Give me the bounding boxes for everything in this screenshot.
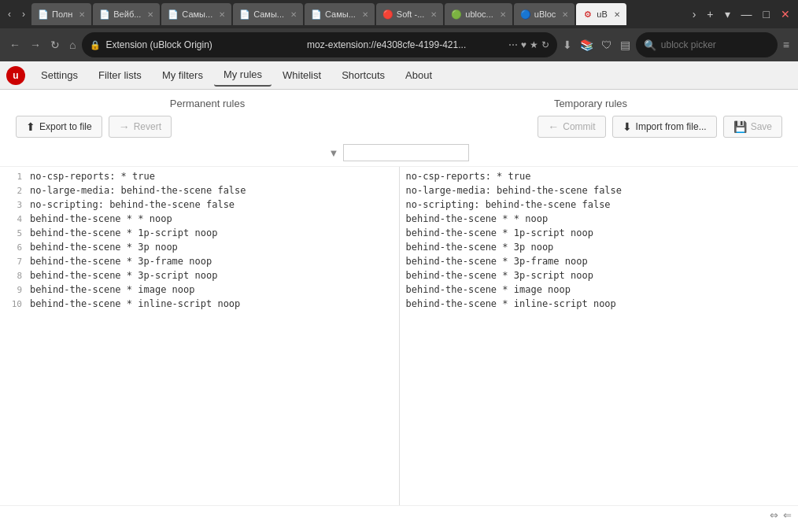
tab-close-6[interactable]: ✕ [500, 10, 506, 19]
collapse-icon[interactable]: ⇐ [783, 509, 792, 521]
line-content: behind-the-scene * 3p-script noop [30, 270, 217, 281]
search-icon: 🔍 [644, 39, 656, 51]
ext-tab-settings[interactable]: Settings [31, 65, 87, 86]
commit-btn[interactable]: ← Commit [538, 116, 605, 138]
new-tab-btn[interactable]: + [702, 5, 718, 24]
save-label: Save [751, 121, 772, 132]
line-content: no-large-media: behind-the-scene false [406, 185, 623, 196]
line-content: behind-the-scene * inline-script noop [406, 298, 616, 309]
address-input-wrap[interactable]: 🔒 Extension (uBlock Origin) moz-extensio… [82, 32, 556, 57]
refresh-icon[interactable]: ↻ [541, 39, 549, 50]
permanent-rule-line: 10behind-the-scene * inline-script noop [0, 297, 399, 312]
commit-label: Commit [563, 121, 595, 132]
ext-tab-filter-lists[interactable]: Filter lists [89, 65, 151, 86]
tab-label-2: Самы... [182, 9, 212, 19]
forward-tab-btn[interactable]: › [17, 6, 30, 23]
sidebar-icon[interactable]: ▤ [618, 36, 633, 54]
toolbar-icons: ⬇ 📚 🛡 ▤ [560, 36, 633, 54]
options-icon[interactable]: ⋯ [508, 39, 518, 50]
export-label: Export to file [39, 121, 92, 132]
line-number: 9 [6, 285, 22, 295]
tab-close-0[interactable]: ✕ [79, 10, 85, 19]
maximize-btn[interactable]: □ [759, 5, 774, 24]
lock-icon: 🔒 [90, 40, 101, 50]
minimize-btn[interactable]: — [737, 5, 757, 24]
browser-tab-7[interactable]: 🔵 uBloc ✕ [514, 3, 575, 25]
tab-icon-6: 🟢 [451, 9, 462, 20]
tab-close-3[interactable]: ✕ [290, 10, 297, 19]
line-number: 8 [6, 271, 22, 281]
search-box[interactable]: 🔍 [636, 32, 778, 57]
home-btn[interactable]: ⌂ [66, 35, 79, 54]
bookmarks-icon[interactable]: 📚 [578, 36, 596, 54]
star-icon[interactable]: ★ [530, 39, 538, 50]
tab-close-1[interactable]: ✕ [147, 10, 153, 19]
line-number: 10 [6, 299, 22, 309]
filter-input[interactable] [343, 144, 469, 161]
line-number: 3 [6, 200, 22, 210]
scroll-tabs-right[interactable]: › [688, 5, 701, 24]
ext-tab-shortcuts[interactable]: Shortcuts [332, 65, 394, 86]
tab-close-8[interactable]: ✕ [614, 10, 620, 19]
browser-tab-1[interactable]: 📄 Вейб... ✕ [93, 3, 160, 25]
ext-tab-my-rules[interactable]: My rules [214, 64, 272, 87]
rules-panels: 1no-csp-reports: * true2no-large-media: … [0, 166, 798, 505]
toolbar-icons-right: ≡ [781, 36, 792, 54]
search-input[interactable] [661, 39, 770, 50]
close-window-btn[interactable]: ✕ [776, 5, 795, 24]
browser-tab-6[interactable]: 🟢 ubloc... ✕ [445, 3, 512, 25]
import-from-file-btn[interactable]: ⬇ Import from file... [612, 116, 717, 138]
line-number: 2 [6, 186, 22, 196]
tab-icon-1: 📄 [99, 9, 110, 20]
shield-icon[interactable]: 🛡 [599, 36, 615, 54]
expand-icon[interactable]: ⇔ [770, 509, 778, 521]
browser-tab-8[interactable]: ⚙ uB ✕ [576, 3, 626, 25]
tab-icon-8: ⚙ [582, 9, 593, 20]
revert-btn[interactable]: → Revert [109, 116, 172, 138]
ext-tab-my-filters[interactable]: My filters [153, 65, 212, 86]
permanent-rule-line: 7behind-the-scene * 3p-frame noop [0, 255, 399, 269]
browser-tab-3[interactable]: 📄 Самы... ✕ [233, 3, 303, 25]
tab-label-6: ubloc... [465, 9, 493, 19]
filter-row: ▼ [0, 144, 798, 161]
tab-list-btn[interactable]: ▾ [720, 5, 735, 24]
tab-close-4[interactable]: ✕ [362, 10, 368, 19]
address-icons: ⋯ ♥ ★ ↻ [508, 39, 549, 50]
bookmark-icon[interactable]: ♥ [521, 39, 526, 50]
forward-btn[interactable]: → [27, 35, 44, 54]
tab-icon-4: 📄 [311, 9, 322, 20]
tab-close-7[interactable]: ✕ [562, 10, 568, 19]
save-btn[interactable]: 💾 Save [723, 116, 782, 138]
line-number: 4 [6, 214, 22, 224]
panel-footer: ⇔ ⇐ [0, 505, 798, 524]
back-btn[interactable]: ← [6, 35, 24, 54]
tab-icon-2: 📄 [168, 9, 179, 20]
download-icon[interactable]: ⬇ [560, 36, 574, 54]
reload-btn[interactable]: ↻ [47, 35, 63, 54]
commit-icon: ← [548, 120, 559, 133]
rules-actions: ⬆ Export to file → Revert ← Commit ⬇ Imp… [0, 116, 798, 138]
ext-tab-about[interactable]: About [396, 65, 441, 86]
tab-close-5[interactable]: ✕ [430, 10, 437, 19]
export-to-file-btn[interactable]: ⬆ Export to file [16, 116, 102, 138]
line-content: behind-the-scene * 3p-script noop [406, 270, 593, 281]
ublock-logo: u [6, 66, 25, 85]
tab-label-7: uBloc [534, 9, 556, 19]
tab-label-4: Самы... [325, 9, 356, 19]
menu-icon[interactable]: ≡ [781, 36, 792, 54]
browser-tab-2[interactable]: 📄 Самы... ✕ [161, 3, 231, 25]
ext-tab-whitelist[interactable]: Whitelist [273, 65, 331, 86]
line-number: 5 [6, 228, 22, 238]
browser-tab-5[interactable]: 🔴 Soft -... ✕ [376, 3, 443, 25]
line-content: behind-the-scene * 3p noop [406, 242, 554, 253]
line-content: behind-the-scene * image noop [30, 284, 195, 295]
browser-tab-4[interactable]: 📄 Самы... ✕ [305, 3, 375, 25]
back-tab-btn[interactable]: ‹ [3, 6, 16, 23]
tab-close-2[interactable]: ✕ [219, 10, 225, 19]
line-content: no-scripting: behind-the-scene false [406, 199, 611, 210]
export-icon: ⬆ [26, 120, 35, 133]
line-number: 7 [6, 257, 22, 267]
line-content: no-large-media: behind-the-scene false [30, 185, 246, 196]
browser-tab-0[interactable]: 📄 Полн ✕ [31, 3, 91, 25]
line-content: behind-the-scene * 3p-frame noop [406, 256, 588, 267]
